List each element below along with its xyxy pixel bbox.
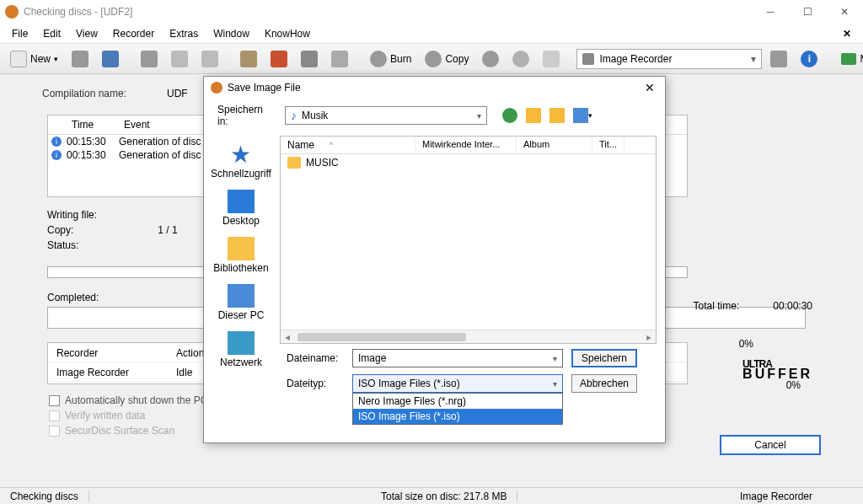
minimize-button[interactable]: ─ bbox=[752, 0, 789, 24]
save-button[interactable] bbox=[97, 47, 124, 71]
place-quickaccess[interactable]: ★Schnellzugriff bbox=[209, 139, 273, 183]
scroll-left-icon[interactable]: ◂ bbox=[281, 331, 294, 343]
dialog-icon bbox=[211, 82, 222, 94]
paste-button[interactable] bbox=[196, 47, 223, 71]
mdi-close-button[interactable]: ✕ bbox=[836, 28, 858, 40]
app-icon bbox=[5, 5, 19, 19]
new-folder-icon[interactable] bbox=[549, 108, 565, 123]
total-time-value: 00:00:30 bbox=[773, 300, 812, 312]
menu-window[interactable]: Window bbox=[206, 25, 256, 42]
menu-edit[interactable]: Edit bbox=[36, 25, 67, 42]
filetype-value: ISO Image Files (*.iso) bbox=[358, 378, 460, 389]
statusbar: Checking discs Total size on disc: 217.8… bbox=[0, 487, 863, 504]
info-button[interactable]: i bbox=[796, 47, 823, 71]
filetype-combo[interactable]: ISO Image Files (*.iso) ▾ bbox=[352, 374, 563, 393]
filename-input[interactable]: Image ▾ bbox=[352, 349, 563, 367]
tool-2[interactable] bbox=[265, 47, 292, 71]
new-button[interactable]: New▾ bbox=[5, 47, 63, 71]
save-in-value: Musik bbox=[302, 110, 328, 121]
menubar: File Edit View Recorder Extras Window Kn… bbox=[0, 24, 863, 44]
securdisc-label: SecurDisc Surface Scan bbox=[65, 425, 174, 437]
verify-label: Verify written data bbox=[65, 410, 145, 421]
file-list[interactable]: Name ^ Mitwirkende Inter... Album Tit...… bbox=[280, 136, 657, 344]
filename-label: Dateiname: bbox=[287, 352, 344, 364]
music-icon: ♪ bbox=[291, 109, 297, 122]
recorder-col-header: Recorder bbox=[50, 345, 168, 362]
compilation-name-value: UDF bbox=[167, 88, 188, 99]
dialog-close-button[interactable]: ✕ bbox=[641, 81, 658, 94]
place-desktop[interactable]: Desktop bbox=[221, 186, 261, 230]
horizontal-scrollbar[interactable]: ◂ ▸ bbox=[281, 330, 656, 343]
menu-file[interactable]: File bbox=[5, 25, 35, 42]
view-menu-icon[interactable]: ▾ bbox=[573, 108, 588, 123]
filetype-dropdown: Nero Image Files (*.nrg) ISO Image Files… bbox=[352, 393, 563, 425]
titlebar: Checking discs - [UDF2] ─ ☐ ✕ bbox=[0, 0, 863, 24]
copy-disc-button[interactable]: Copy bbox=[420, 47, 474, 71]
verify-checkbox bbox=[49, 410, 60, 421]
market-button[interactable]: Market▾ bbox=[834, 50, 863, 68]
save-in-combo[interactable]: ♪ Musik ▾ bbox=[285, 106, 487, 125]
copy-button[interactable] bbox=[166, 47, 193, 71]
ultrabuffer-logo: ULTRABUFFER bbox=[742, 361, 812, 379]
window-title: Checking discs - [UDF2] bbox=[24, 6, 132, 18]
recorder-selector[interactable]: Image Recorder ▾ bbox=[576, 49, 762, 69]
col-tit[interactable]: Tit... bbox=[592, 137, 624, 153]
status-mid: Total size on disc: 217.8 MB bbox=[371, 491, 517, 502]
securdisc-checkbox bbox=[49, 426, 60, 437]
burn-button[interactable]: Burn bbox=[365, 47, 416, 71]
percent-2: 0% bbox=[786, 379, 801, 391]
filetype-option-iso[interactable]: ISO Image Files (*.iso) bbox=[353, 409, 562, 424]
dialog-titlebar: Save Image File ✕ bbox=[204, 77, 665, 99]
place-thispc[interactable]: Dieser PC bbox=[217, 281, 266, 324]
menu-knowhow[interactable]: KnowHow bbox=[258, 25, 317, 42]
recorder-icon bbox=[582, 53, 594, 65]
folder-icon bbox=[287, 157, 301, 169]
filetype-option-nrg[interactable]: Nero Image Files (*.nrg) bbox=[353, 394, 562, 409]
tool-5[interactable] bbox=[477, 47, 504, 71]
cut-button[interactable] bbox=[136, 47, 163, 71]
menu-recorder[interactable]: Recorder bbox=[106, 25, 161, 42]
auto-shutdown-checkbox[interactable] bbox=[49, 395, 60, 406]
up-icon[interactable] bbox=[526, 108, 541, 123]
recorder-cell: Image Recorder bbox=[50, 364, 168, 382]
dialog-title: Save Image File bbox=[228, 82, 301, 94]
maximize-button[interactable]: ☐ bbox=[789, 0, 826, 24]
col-album[interactable]: Album bbox=[517, 137, 592, 153]
menu-extras[interactable]: Extras bbox=[163, 25, 205, 42]
tool-8[interactable] bbox=[765, 47, 792, 71]
file-list-header: Name ^ Mitwirkende Inter... Album Tit... bbox=[281, 137, 656, 154]
compilation-name-label: Compilation name: bbox=[42, 88, 167, 99]
tool-4[interactable] bbox=[326, 47, 353, 71]
scroll-thumb[interactable] bbox=[297, 333, 466, 341]
menu-view[interactable]: View bbox=[69, 25, 105, 42]
places-sidebar: ★Schnellzugriff Desktop Bibliotheken Die… bbox=[204, 132, 278, 347]
place-network[interactable]: Netzwerk bbox=[218, 328, 264, 372]
total-time-label: Total time: bbox=[694, 300, 740, 312]
cancel-dialog-button[interactable]: Abbrechen bbox=[571, 374, 637, 393]
file-row-name: MUSIC bbox=[306, 157, 339, 169]
status-left: Checking discs bbox=[0, 491, 89, 502]
file-row[interactable]: MUSIC bbox=[281, 154, 656, 171]
open-button[interactable] bbox=[67, 47, 94, 71]
filename-value: Image bbox=[358, 352, 386, 364]
scroll-right-icon[interactable]: ▸ bbox=[642, 331, 656, 343]
cancel-button[interactable]: Cancel bbox=[720, 435, 821, 455]
back-icon[interactable] bbox=[502, 108, 517, 123]
status-right: Image Recorder bbox=[730, 491, 863, 502]
filetype-label: Dateityp: bbox=[287, 378, 344, 389]
save-button[interactable]: Speichern bbox=[571, 349, 637, 367]
tool-6[interactable] bbox=[507, 47, 534, 71]
tool-3[interactable] bbox=[296, 47, 323, 71]
save-dialog: Save Image File ✕ Speichern in: ♪ Musik … bbox=[203, 76, 666, 443]
save-in-label: Speichern in: bbox=[217, 104, 276, 127]
place-libraries[interactable]: Bibliotheken bbox=[212, 233, 270, 277]
info-icon: i bbox=[51, 137, 62, 147]
tool-7[interactable] bbox=[538, 47, 565, 71]
market-icon bbox=[841, 53, 856, 65]
tool-1[interactable] bbox=[235, 47, 262, 71]
col-artists[interactable]: Mitwirkende Inter... bbox=[415, 137, 517, 153]
copy-value: 1 / 1 bbox=[158, 224, 177, 236]
col-name[interactable]: Name bbox=[287, 139, 314, 151]
copy-label: Copy: bbox=[47, 224, 73, 236]
close-button[interactable]: ✕ bbox=[826, 0, 863, 24]
